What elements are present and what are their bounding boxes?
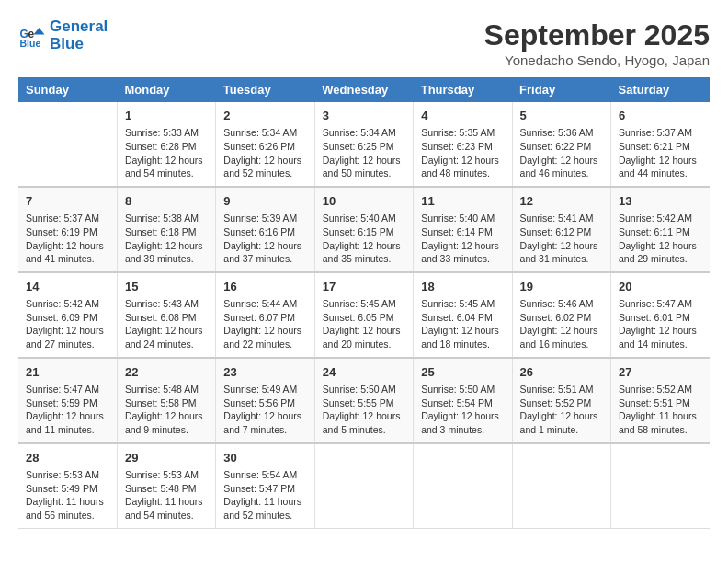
- calendar-cell: 12 Sunrise: 5:41 AMSunset: 6:12 PMDaylig…: [512, 187, 610, 272]
- calendar-cell: 9 Sunrise: 5:39 AMSunset: 6:16 PMDayligh…: [216, 187, 314, 272]
- day-number: 17: [323, 279, 405, 295]
- month-title: September 2025: [484, 18, 710, 52]
- day-number: 9: [223, 193, 306, 210]
- cell-content: Sunrise: 5:34 AMSunset: 6:26 PMDaylight:…: [223, 126, 306, 180]
- location: Yonedacho Sendo, Hyogo, Japan: [484, 52, 710, 68]
- calendar-cell: 3 Sunrise: 5:34 AMSunset: 6:25 PMDayligh…: [314, 102, 413, 187]
- calendar-table: SundayMondayTuesdayWednesdayThursdayFrid…: [18, 77, 710, 529]
- logo: G e Blue General Blue: [18, 18, 108, 52]
- day-number: 28: [26, 450, 109, 466]
- cell-content: Sunrise: 5:41 AMSunset: 6:12 PMDaylight:…: [520, 212, 603, 266]
- cell-content: Sunrise: 5:53 AMSunset: 5:48 PMDaylight:…: [125, 468, 208, 523]
- calendar-cell: 5 Sunrise: 5:36 AMSunset: 6:22 PMDayligh…: [512, 102, 610, 187]
- calendar-week-row: 7 Sunrise: 5:37 AMSunset: 6:19 PMDayligh…: [18, 187, 710, 272]
- day-number: 14: [26, 279, 109, 295]
- cell-content: Sunrise: 5:43 AMSunset: 6:08 PMDaylight:…: [125, 297, 208, 351]
- logo-line2: Blue: [50, 36, 108, 53]
- cell-content: Sunrise: 5:38 AMSunset: 6:18 PMDaylight:…: [125, 212, 208, 266]
- day-number: 3: [323, 108, 405, 124]
- calendar-cell: 20 Sunrise: 5:47 AMSunset: 6:01 PMDaylig…: [611, 272, 710, 358]
- calendar-cell: [414, 443, 512, 528]
- page-header: G e Blue General Blue September 2025 Yon…: [18, 18, 710, 68]
- day-number: 22: [125, 364, 208, 381]
- calendar-week-row: 21 Sunrise: 5:47 AMSunset: 5:59 PMDaylig…: [18, 358, 710, 443]
- weekday-header: Tuesday: [216, 77, 314, 102]
- day-number: 1: [125, 108, 208, 124]
- svg-marker-2: [34, 28, 45, 35]
- title-block: September 2025 Yonedacho Sendo, Hyogo, J…: [484, 18, 710, 68]
- calendar-cell: 24 Sunrise: 5:50 AMSunset: 5:55 PMDaylig…: [314, 358, 413, 443]
- day-number: 2: [223, 108, 306, 124]
- day-number: 11: [421, 193, 504, 210]
- calendar-cell: 18 Sunrise: 5:45 AMSunset: 6:04 PMDaylig…: [414, 272, 512, 358]
- day-number: 7: [26, 193, 109, 210]
- cell-content: Sunrise: 5:48 AMSunset: 5:58 PMDaylight:…: [125, 383, 208, 437]
- cell-content: Sunrise: 5:44 AMSunset: 6:07 PMDaylight:…: [223, 297, 306, 351]
- calendar-cell: 10 Sunrise: 5:40 AMSunset: 6:15 PMDaylig…: [314, 187, 413, 272]
- cell-content: Sunrise: 5:34 AMSunset: 6:25 PMDaylight:…: [323, 126, 405, 180]
- day-number: 19: [520, 279, 603, 295]
- calendar-cell: 21 Sunrise: 5:47 AMSunset: 5:59 PMDaylig…: [18, 358, 117, 443]
- cell-content: Sunrise: 5:35 AMSunset: 6:23 PMDaylight:…: [421, 126, 504, 180]
- day-number: 30: [223, 450, 306, 466]
- calendar-cell: 23 Sunrise: 5:49 AMSunset: 5:56 PMDaylig…: [216, 358, 314, 443]
- cell-content: Sunrise: 5:36 AMSunset: 6:22 PMDaylight:…: [520, 126, 603, 180]
- cell-content: Sunrise: 5:45 AMSunset: 6:05 PMDaylight:…: [323, 297, 405, 351]
- calendar-cell: 17 Sunrise: 5:45 AMSunset: 6:05 PMDaylig…: [314, 272, 413, 358]
- cell-content: Sunrise: 5:33 AMSunset: 6:28 PMDaylight:…: [125, 126, 208, 180]
- weekday-header: Wednesday: [314, 77, 413, 102]
- cell-content: Sunrise: 5:37 AMSunset: 6:19 PMDaylight:…: [26, 212, 109, 266]
- cell-content: Sunrise: 5:46 AMSunset: 6:02 PMDaylight:…: [520, 297, 603, 351]
- calendar-cell: 16 Sunrise: 5:44 AMSunset: 6:07 PMDaylig…: [216, 272, 314, 358]
- cell-content: Sunrise: 5:47 AMSunset: 5:59 PMDaylight:…: [26, 383, 109, 437]
- cell-content: Sunrise: 5:52 AMSunset: 5:51 PMDaylight:…: [619, 383, 702, 437]
- calendar-cell: 28 Sunrise: 5:53 AMSunset: 5:49 PMDaylig…: [18, 443, 117, 528]
- day-number: 5: [520, 108, 603, 124]
- calendar-cell: 4 Sunrise: 5:35 AMSunset: 6:23 PMDayligh…: [414, 102, 512, 187]
- calendar-cell: 26 Sunrise: 5:51 AMSunset: 5:52 PMDaylig…: [512, 358, 610, 443]
- day-number: 20: [619, 279, 702, 295]
- calendar-cell: 15 Sunrise: 5:43 AMSunset: 6:08 PMDaylig…: [117, 272, 215, 358]
- day-number: 8: [125, 193, 208, 210]
- day-number: 6: [619, 108, 702, 124]
- calendar-cell: 29 Sunrise: 5:53 AMSunset: 5:48 PMDaylig…: [117, 443, 215, 528]
- day-number: 29: [125, 450, 208, 466]
- weekday-header: Monday: [117, 77, 215, 102]
- day-number: 26: [520, 364, 603, 381]
- calendar-cell: 1 Sunrise: 5:33 AMSunset: 6:28 PMDayligh…: [117, 102, 215, 187]
- day-number: 16: [223, 279, 306, 295]
- calendar-cell: 8 Sunrise: 5:38 AMSunset: 6:18 PMDayligh…: [117, 187, 215, 272]
- calendar-cell: 13 Sunrise: 5:42 AMSunset: 6:11 PMDaylig…: [611, 187, 710, 272]
- calendar-week-row: 28 Sunrise: 5:53 AMSunset: 5:49 PMDaylig…: [18, 443, 710, 528]
- day-number: 12: [520, 193, 603, 210]
- day-number: 18: [421, 279, 504, 295]
- cell-content: Sunrise: 5:47 AMSunset: 6:01 PMDaylight:…: [619, 297, 702, 351]
- calendar-cell: 7 Sunrise: 5:37 AMSunset: 6:19 PMDayligh…: [18, 187, 117, 272]
- cell-content: Sunrise: 5:39 AMSunset: 6:16 PMDaylight:…: [223, 212, 306, 266]
- calendar-cell: 6 Sunrise: 5:37 AMSunset: 6:21 PMDayligh…: [611, 102, 710, 187]
- cell-content: Sunrise: 5:51 AMSunset: 5:52 PMDaylight:…: [520, 383, 603, 437]
- calendar-cell: [512, 443, 610, 528]
- day-number: 24: [323, 364, 405, 381]
- cell-content: Sunrise: 5:49 AMSunset: 5:56 PMDaylight:…: [223, 383, 306, 437]
- weekday-header: Saturday: [611, 77, 710, 102]
- calendar-cell: 14 Sunrise: 5:42 AMSunset: 6:09 PMDaylig…: [18, 272, 117, 358]
- calendar-week-row: 14 Sunrise: 5:42 AMSunset: 6:09 PMDaylig…: [18, 272, 710, 358]
- calendar-cell: 19 Sunrise: 5:46 AMSunset: 6:02 PMDaylig…: [512, 272, 610, 358]
- cell-content: Sunrise: 5:42 AMSunset: 6:11 PMDaylight:…: [619, 212, 702, 266]
- day-number: 10: [323, 193, 405, 210]
- day-number: 15: [125, 279, 208, 295]
- cell-content: Sunrise: 5:50 AMSunset: 5:54 PMDaylight:…: [421, 383, 504, 437]
- day-number: 4: [421, 108, 504, 124]
- cell-content: Sunrise: 5:53 AMSunset: 5:49 PMDaylight:…: [26, 468, 109, 523]
- weekday-header: Friday: [512, 77, 610, 102]
- logo-line1: General: [50, 18, 108, 36]
- cell-content: Sunrise: 5:45 AMSunset: 6:04 PMDaylight:…: [421, 297, 504, 351]
- calendar-cell: 25 Sunrise: 5:50 AMSunset: 5:54 PMDaylig…: [414, 358, 512, 443]
- day-number: 27: [619, 364, 702, 381]
- calendar-cell: 22 Sunrise: 5:48 AMSunset: 5:58 PMDaylig…: [117, 358, 215, 443]
- calendar-cell: 27 Sunrise: 5:52 AMSunset: 5:51 PMDaylig…: [611, 358, 710, 443]
- day-number: 23: [223, 364, 306, 381]
- calendar-cell: [18, 102, 117, 187]
- calendar-cell: 11 Sunrise: 5:40 AMSunset: 6:14 PMDaylig…: [414, 187, 512, 272]
